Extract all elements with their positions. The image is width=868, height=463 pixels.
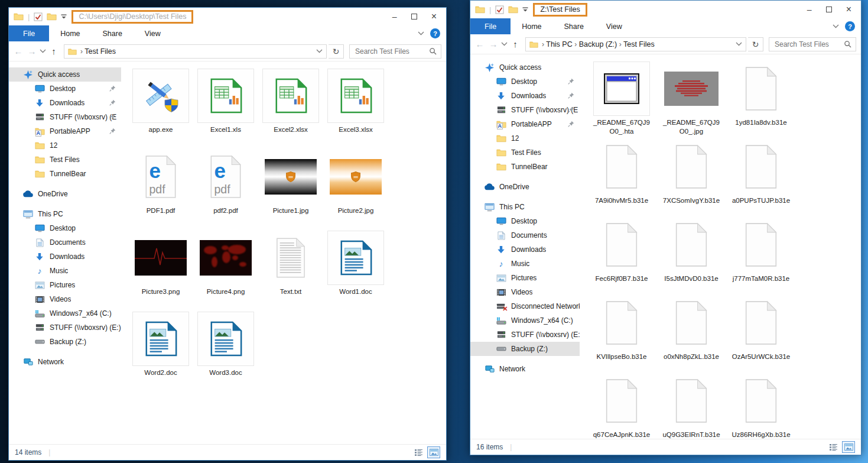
file-tile-i5sjtmdvd0-b31e[interactable]: I5sJtMDvD0.b31e: [656, 218, 726, 296]
sidebar-item-desktop[interactable]: Desktop: [9, 82, 121, 96]
file-tile-pdf1-pdf[interactable]: epdfPDF1.pdf: [128, 150, 193, 222]
tab-view[interactable]: View: [134, 25, 172, 41]
file-tile-picture2-jpg[interactable]: Picture2.jpg: [323, 150, 388, 222]
sidebar-item-portableapp[interactable]: APortableAPP: [9, 124, 121, 138]
minimize-icon[interactable]: –: [392, 12, 397, 21]
sidebar-item-this-pc[interactable]: This PC: [9, 207, 121, 221]
address-dropdown-chevron-icon[interactable]: [736, 42, 742, 46]
file-tile-readme-67qj9o0-hta[interactable]: _README_67QJ9O0_.hta: [587, 61, 656, 140]
history-chevron-icon[interactable]: [40, 49, 46, 53]
file-tile-o0xnh8pzkl-b31e[interactable]: o0xNh8pZkL.b31e: [656, 296, 726, 374]
tab-home[interactable]: Home: [511, 18, 552, 34]
address-bar[interactable]: › Test Files: [64, 44, 327, 59]
sidebar-item-music[interactable]: ♪Music: [470, 257, 580, 271]
forward-icon[interactable]: →: [26, 46, 38, 56]
file-tile-7a9i0hvmr5-b31e[interactable]: 7A9i0hvMr5.b31e: [587, 140, 656, 218]
up-icon[interactable]: ↑: [48, 46, 60, 56]
maximize-icon[interactable]: [411, 14, 417, 20]
file-tile-pdf2-pdf[interactable]: epdfpdf2.pdf: [193, 150, 258, 222]
file-tile-picture3-png[interactable]: Picture3.png: [128, 231, 193, 303]
sidebar-item-documents[interactable]: Documents: [9, 235, 121, 250]
tab-share[interactable]: Share: [92, 25, 134, 41]
file-tile-uz86rh6gxb-b31e[interactable]: Uz86RH6gXb.b31e: [726, 374, 796, 439]
tab-view[interactable]: View: [595, 18, 633, 34]
file-tile-uq9g3eirnt-b31e[interactable]: uQ9G3EIRnT.b31e: [656, 374, 726, 439]
sidebar-item-test-files[interactable]: Test Files: [9, 153, 121, 167]
folder-icon[interactable]: [475, 5, 485, 14]
sidebar-item-downloads[interactable]: Downloads: [470, 89, 580, 103]
sidebar-item-test-files[interactable]: Test Files: [470, 145, 580, 160]
sidebar-item-videos[interactable]: Videos: [470, 285, 580, 299]
file-tile-text-txt[interactable]: Text.txt: [258, 231, 323, 303]
sidebar-item-pictures[interactable]: Pictures: [470, 271, 580, 285]
file-tile-excel2-xlsx[interactable]: Excel2.xlsx: [258, 69, 323, 141]
sidebar-item-network[interactable]: Network: [9, 355, 121, 369]
file-tile-kvillpsebo-b31e[interactable]: KVIllpseBo.b31e: [587, 296, 656, 374]
file-tile-word1-doc[interactable]: Word1.doc: [323, 231, 388, 303]
sidebar-item-desktop[interactable]: Desktop: [9, 221, 121, 235]
ribbon-expand-chevron-icon[interactable]: [833, 24, 839, 28]
breadcrumb-item-this-pc[interactable]: This PC: [544, 40, 574, 48]
help-icon[interactable]: ?: [430, 28, 440, 38]
sidebar-item-network[interactable]: Network: [470, 362, 580, 376]
ribbon-expand-chevron-icon[interactable]: [418, 31, 424, 35]
history-chevron-icon[interactable]: [501, 42, 508, 46]
close-icon[interactable]: ×: [846, 5, 851, 14]
sidebar-item-desktop[interactable]: Desktop: [470, 214, 580, 228]
file-tile-app-exe[interactable]: app.exe: [128, 69, 193, 141]
folder-icon[interactable]: [508, 5, 518, 14]
sidebar-item-stuff-vboxsrv-e[interactable]: STUFF (\\vboxsrv) (E: [9, 110, 121, 124]
tab-home[interactable]: Home: [49, 25, 91, 41]
file-tile-j777mtam0r-b31e[interactable]: j777mTaM0R.b31e: [726, 218, 796, 296]
file-tile-readme-67qj9o0-jpg[interactable]: _README_67QJ9O0_.jpg: [656, 61, 726, 140]
file-tile-picture4-png[interactable]: Picture4.png: [193, 231, 258, 303]
file-tile-word2-doc[interactable]: Word2.doc: [128, 312, 193, 384]
minimize-icon[interactable]: –: [807, 5, 812, 14]
search-input[interactable]: [354, 47, 429, 56]
breadcrumb-item-test-files[interactable]: Test Files: [622, 40, 655, 48]
sidebar-item-documents[interactable]: Documents: [470, 228, 580, 242]
file-tile-word3-doc[interactable]: Word3.doc: [193, 312, 258, 384]
tab-share[interactable]: Share: [553, 18, 595, 34]
thumbnail-view-icon[interactable]: [427, 446, 440, 458]
folder-icon[interactable]: [14, 12, 24, 21]
sidebar-item-windows7-x64-c[interactable]: Windows7_x64 (C:): [9, 306, 121, 320]
breadcrumb-item-backup-z[interactable]: Backup (Z:): [577, 40, 619, 48]
address-dropdown-chevron-icon[interactable]: [316, 49, 323, 53]
sidebar-item-quick-access[interactable]: Quick access: [9, 67, 121, 82]
sidebar-item-12[interactable]: 12: [470, 131, 580, 145]
sidebar-item-tunnelbear[interactable]: TunnelBear: [470, 160, 580, 174]
sidebar-item-tunnelbear[interactable]: TunnelBear: [9, 167, 121, 181]
sidebar-item-desktop[interactable]: Desktop: [470, 75, 580, 89]
up-icon[interactable]: ↑: [509, 39, 521, 49]
sidebar-item-disconnected-network[interactable]: ✕Disconnected Network: [470, 299, 580, 313]
file-tile-picture1-jpg[interactable]: Picture1.jpg: [258, 150, 323, 222]
sidebar-item-12[interactable]: 12: [9, 138, 121, 153]
sidebar-item-stuff-vboxsrv-e[interactable]: STUFF (\\vboxsrv) (E:): [470, 328, 580, 342]
refresh-icon[interactable]: ↻: [748, 37, 763, 51]
file-tile-excel3-xlsx[interactable]: Excel3.xlsx: [323, 69, 388, 141]
sidebar-item-this-pc[interactable]: This PC: [470, 200, 580, 214]
sidebar-item-downloads[interactable]: Downloads: [470, 242, 580, 257]
help-icon[interactable]: ?: [845, 21, 855, 31]
close-icon[interactable]: ×: [431, 12, 437, 21]
sidebar-item-downloads[interactable]: Downloads: [9, 250, 121, 264]
file-tile-7xcsomivgy-b31e[interactable]: 7XCSomIvgY.b31e: [656, 140, 726, 218]
checkbox-properties-icon[interactable]: [495, 5, 504, 14]
maximize-icon[interactable]: [826, 7, 832, 12]
tab-file[interactable]: File: [9, 25, 49, 41]
address-bar[interactable]: › This PC › Backup (Z:) › Test Files: [525, 37, 746, 51]
tab-file[interactable]: File: [470, 18, 511, 34]
search-input[interactable]: [773, 40, 844, 49]
sidebar-item-portableapp[interactable]: APortableAPP: [470, 117, 580, 131]
sidebar-item-videos[interactable]: Videos: [9, 292, 121, 306]
file-tile-q67ceajpnk-b31e[interactable]: q67CeAJpnK.b31e: [587, 374, 656, 439]
thumbnail-view-icon[interactable]: [842, 441, 855, 453]
file-tile-ozar5urwck-b31e[interactable]: OzAr5UrWCk.b31e: [726, 296, 796, 374]
sidebar-item-backup-z[interactable]: Backup (Z:): [470, 342, 580, 356]
back-icon[interactable]: ←: [474, 39, 486, 49]
sidebar-item-stuff-vboxsrv-e[interactable]: STUFF (\\vboxsrv) (E:): [9, 320, 121, 335]
sidebar-item-backup-z[interactable]: Backup (Z:): [9, 335, 121, 349]
refresh-icon[interactable]: ↻: [329, 44, 344, 59]
sidebar-item-downloads[interactable]: Downloads: [9, 96, 121, 110]
